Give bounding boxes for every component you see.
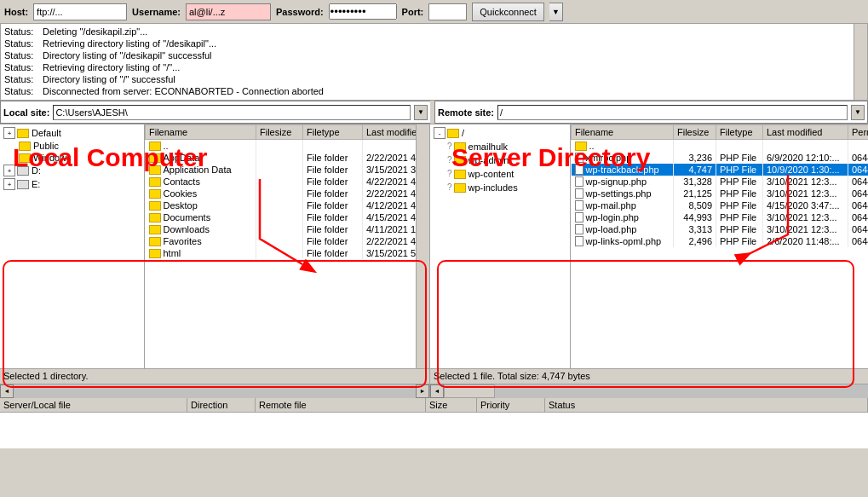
local-site-dropdown[interactable]: ▼ [414,105,428,120]
cell-filetype: File folder [303,211,363,223]
tree-item[interactable]: Windows [2,152,142,164]
queue-panel: Server/Local file Direction Remote file … [0,397,868,448]
cell-modified: 4/15/2021 4:10:... [363,211,417,223]
folder-icon [149,165,161,175]
remote-panel: - / ? emailhulk ? wp-admin [430,124,868,397]
folder-icon [575,142,587,151]
password-input[interactable] [329,3,397,20]
cell-filetype: PHP File [716,188,763,199]
username-input[interactable] [186,3,271,20]
tree-item[interactable]: + D: [2,164,142,177]
remote-site-path[interactable] [497,105,848,120]
local-vscrollbar[interactable] [416,124,429,368]
tree-item[interactable]: ? wp-content [432,167,568,181]
col-filename[interactable]: Filename [572,125,674,140]
table-row[interactable]: wp-links-opml.php 2,496 PHP File 2/6/202… [572,235,869,247]
cell-filesize [256,235,303,247]
table-row[interactable]: Favorites File folder 2/22/2021 4:00:49 … [146,235,417,247]
local-site-bar: Local site: ▼ [0,101,430,124]
table-row[interactable]: html File folder 3/15/2021 5:18:31 ... [146,247,417,259]
table-row[interactable]: Documents File folder 4/15/2021 4:10:... [146,211,417,223]
hscroll-track[interactable] [14,384,416,398]
table-row[interactable]: .. [146,140,417,153]
cell-permissions: 0644 [848,188,869,199]
local-site-path[interactable] [53,105,411,120]
status-text: Retrieving directory listing of "/"... [43,61,852,73]
tree-item[interactable]: ? wp-admin [432,153,568,167]
cell-filesize [256,223,303,235]
table-row[interactable]: wp-load.php 3,313 PHP File 3/10/2021 12:… [572,223,869,235]
cell-filesize: 8,509 [674,199,716,211]
cell-filetype: File folder [303,223,363,235]
cell-modified: 2/22/2021 4:00:21 ... [363,152,417,164]
table-row[interactable]: wp-mail.php 8,509 PHP File 4/15/2020 3:4… [572,199,869,211]
table-row[interactable]: Cookies File folder 2/22/2021 4:00:49 ..… [146,188,417,199]
table-row[interactable]: Downloads File folder 4/11/2021 11:20:27… [146,223,417,235]
cell-modified: 3/10/2021 12:3... [763,176,848,188]
status-scrollbar[interactable] [854,24,867,100]
quickconnect-button[interactable]: Quickconnect [472,3,544,21]
table-row[interactable]: Desktop File folder 4/12/2021 4:58:38 ..… [146,199,417,211]
remote-site-dropdown[interactable]: ▼ [851,105,865,120]
col-modified[interactable]: Last modified [763,125,848,140]
tree-item[interactable]: + E: [2,177,142,191]
cell-filetype: PHP File [716,164,763,176]
cell-filename: Documents [146,211,256,223]
table-row[interactable]: Contacts File folder 4/22/2021 4:00:48 .… [146,176,417,188]
table-row[interactable]: wp-trackback.php 4,747 PHP File 10/9/202… [572,164,869,176]
hscroll-right[interactable]: ► [416,384,429,398]
folder-icon [149,213,161,222]
host-input[interactable] [33,3,127,20]
cell-filesize: 3,313 [674,223,716,235]
local-panel: + Default Public Windows + [0,124,430,397]
cell-filename: Downloads [146,223,256,235]
tree-item[interactable]: ? wp-includes [432,181,568,194]
hscroll-track[interactable] [444,384,868,398]
table-row[interactable]: wp-login.php 44,993 PHP File 3/10/2021 1… [572,211,869,223]
col-filetype[interactable]: Filetype [716,125,763,140]
cell-filetype: PHP File [716,199,763,211]
username-label: Username: [132,7,181,17]
quickconnect-dropdown-button[interactable]: ▼ [549,3,563,21]
col-permissions[interactable]: Permissions [848,125,869,140]
hscroll-left[interactable]: ◄ [0,384,14,398]
remote-hscroll[interactable]: ◄ ► [430,384,868,397]
cell-modified: 2/22/2021 4:00:49 ... [363,188,417,199]
cell-filesize: 3,236 [674,152,716,164]
port-input[interactable] [428,3,467,20]
table-row[interactable]: AppData File folder 2/22/2021 4:00:21 ..… [146,152,417,164]
cell-filename: Cookies [146,188,256,199]
table-row[interactable]: .. [572,140,869,153]
cell-modified: 3/15/2021 5:18:31 ... [363,247,417,259]
cell-modified [763,140,848,153]
cell-filesize: 44,993 [674,211,716,223]
status-text: Deleting "/desikapil.zip"... [43,26,852,38]
cell-filetype: PHP File [716,211,763,223]
cell-filename: wp-trackback.php [572,164,674,176]
table-row[interactable]: wp-signup.php 31,328 PHP File 3/10/2021 … [572,176,869,188]
col-filename[interactable]: Filename [146,125,256,140]
local-status: Selected 1 directory. [0,368,429,384]
col-filesize[interactable]: Filesize [256,125,303,140]
remote-files: Filename Filesize Filetype Last modified… [571,124,868,368]
table-row[interactable]: Application Data File folder 3/15/2021 3… [146,164,417,176]
table-row[interactable]: xmlrpc.php 3,236 PHP File 6/9/2020 12:10… [572,152,869,164]
queue-col-remote-file: Remote file [256,398,426,412]
cell-filesize [256,199,303,211]
col-filetype[interactable]: Filetype [303,125,363,140]
cell-filename: Application Data [146,164,256,176]
table-row[interactable]: wp-settings.php 21,125 PHP File 3/10/202… [572,188,869,199]
cell-modified: 4/22/2021 4:00:48 ... [363,176,417,188]
local-file-table: Filename Filesize Filetype Last modified… [145,124,416,259]
local-hscroll[interactable]: ◄ ► [0,384,429,397]
queue-col-size: Size [426,398,477,412]
tree-item[interactable]: + Default [2,126,142,140]
tree-item[interactable]: ? emailhulk [432,140,568,153]
col-modified[interactable]: Last modified [363,125,417,140]
cell-filesize [256,164,303,176]
tree-item[interactable]: Public [2,140,142,152]
hscroll-left[interactable]: ◄ [430,384,444,398]
tree-item[interactable]: - / [432,126,568,140]
cell-filetype: File folder [303,199,363,211]
col-filesize[interactable]: Filesize [674,125,716,140]
